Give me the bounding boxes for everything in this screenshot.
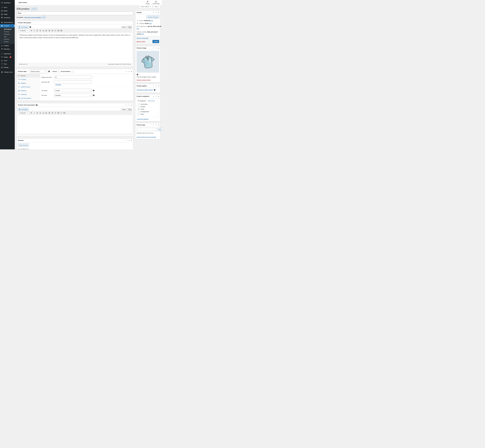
description-editor-content[interactable]: Pellentesque habitant morbi tristique se… [18,32,132,63]
collapse-toggle-icon[interactable] [158,96,159,96]
bold-button[interactable] [30,112,33,114]
category-checkbox-accessories[interactable] [138,103,140,105]
align-left-button[interactable] [45,112,48,114]
help-tab[interactable]: Help [153,5,160,8]
bold-button[interactable] [30,29,33,32]
permalink-edit-button[interactable]: Edit [42,16,46,19]
sidebar-item-settings[interactable]: Settings [0,66,15,69]
move-down-icon[interactable] [155,124,157,126]
add-new-category-link[interactable]: + Add new category [137,118,149,120]
move-down-icon[interactable] [155,47,157,49]
virtual-checkbox[interactable] [58,71,60,72]
category-checkbox-uncategorized[interactable] [138,111,140,112]
collapse-toggle-icon[interactable] [131,105,132,105]
category-checkbox-tshirts[interactable] [138,108,140,110]
tab-general[interactable]: General [17,74,40,78]
visual-tab[interactable]: Visual [121,26,127,29]
read-more-button[interactable] [57,112,60,114]
collapse-toggle-icon[interactable] [158,86,159,86]
activity-button[interactable]: Activity [146,1,149,4]
text-tab[interactable]: Text [127,26,132,29]
sale-price-input[interactable] [54,80,92,84]
tab-advanced[interactable]: Advanced [17,93,40,96]
resize-grip-icon[interactable] [131,134,132,135]
collapse-toggle-icon[interactable] [158,125,159,125]
product-image-thumbnail[interactable] [137,51,159,72]
move-up-icon[interactable] [125,104,127,106]
blockquote-button[interactable] [42,112,45,114]
move-up-icon[interactable] [125,71,127,72]
align-right-button[interactable] [51,112,54,114]
read-more-button[interactable] [57,29,60,32]
move-up-icon[interactable] [152,47,154,49]
move-down-icon[interactable] [155,95,157,97]
sidebar-item-tools[interactable]: Tools [0,62,15,66]
paragraph-format-select[interactable]: Paragraph [19,112,29,114]
copy-to-new-draft-link[interactable]: Copy to a new draft [137,37,148,39]
bullet-list-button[interactable] [36,112,39,114]
sidebar-item-products[interactable]: Products [0,24,15,27]
most-used-tab[interactable]: Most Used [147,99,156,102]
align-left-button[interactable] [45,29,48,32]
add-media-button[interactable]: Add Media [18,108,29,111]
add-new-button[interactable]: Add New [31,8,38,10]
new-tag-input[interactable] [137,128,157,131]
submenu-tags[interactable]: Tags [0,35,15,38]
sidebar-item-collapse-menu[interactable]: Collapse menu [0,70,15,74]
all-categories-tab[interactable]: All categories [137,99,147,102]
numbered-list-button[interactable] [39,29,42,32]
sidebar-item-marketing[interactable]: Marketing [0,47,15,51]
tab-get-more-options[interactable]: Get more options [17,96,40,100]
fullscreen-button[interactable] [60,112,63,114]
product-type-select[interactable]: Simple product [30,70,47,73]
add-media-button[interactable]: Add Media [18,26,29,29]
permalink-url[interactable]: https://woo.tst/product/polo/ [24,17,41,18]
edit-catalog-visibility-link[interactable]: Edit [141,33,144,35]
sidebar-item-woocommerce[interactable]: WooCommerce [0,21,15,24]
sidebar-item-posts[interactable]: Posts [0,6,15,9]
kitchen-sink-button[interactable] [60,29,63,32]
edit-published-date-link[interactable]: Edit [137,28,139,30]
sidebar-item-dashboard[interactable]: Dashboard [0,1,15,4]
downloadable-checkbox[interactable] [71,71,73,72]
submenu-all-products[interactable]: All Products [0,28,15,31]
update-button[interactable]: Update [152,40,159,43]
sidebar-item-pages[interactable]: Pages [0,13,15,16]
sidebar-item-appearance[interactable]: Appearance [0,52,15,56]
sidebar-item-plugins[interactable]: Plugins6 [0,56,15,59]
add-gallery-images-link[interactable]: Add product gallery images [137,89,153,91]
submenu-reviews[interactable]: Reviews [0,40,15,43]
sidebar-item-media[interactable]: Media [0,9,15,13]
align-center-button[interactable] [48,29,51,32]
blockquote-button[interactable] [42,29,45,32]
move-down-icon[interactable] [128,139,130,141]
text-tab[interactable]: Text [127,108,132,111]
submenu-categories[interactable]: Categories [0,33,15,35]
add-comment-button[interactable]: Add Comment [18,144,29,147]
numbered-list-button[interactable] [39,112,42,114]
edit-visibility-link2[interactable]: Edit [149,23,152,24]
move-up-icon[interactable] [152,95,154,97]
paragraph-format-select[interactable]: Paragraph [19,29,29,32]
tax-status-select[interactable]: Taxable [54,89,92,92]
move-up-icon[interactable] [125,139,127,141]
short-description-editor-content[interactable] [18,115,132,134]
kitchen-sink-button[interactable] [63,112,66,114]
move-down-icon[interactable] [155,85,157,87]
category-checkbox-taxes[interactable] [138,113,140,115]
sidebar-item-users[interactable]: Users [0,59,15,62]
add-tag-button[interactable]: Add [157,128,162,131]
italic-button[interactable] [33,29,36,32]
choose-most-used-tags-link[interactable]: Choose from the most used tags [137,136,156,138]
remove-product-image-link[interactable]: Remove product image [137,79,150,81]
submenu-add-new[interactable]: Add New [0,31,15,33]
collapse-toggle-icon[interactable] [158,48,159,48]
schedule-link[interactable]: Schedule [55,84,61,85]
finish-setup-button[interactable]: Finish setup [153,1,159,4]
move-down-icon[interactable] [128,104,130,106]
italic-button[interactable] [33,112,36,114]
bullet-list-button[interactable] [36,29,39,32]
move-down-icon[interactable] [128,71,130,72]
tab-linked-products[interactable]: Linked Products [17,85,40,89]
visual-tab[interactable]: Visual [121,108,127,111]
